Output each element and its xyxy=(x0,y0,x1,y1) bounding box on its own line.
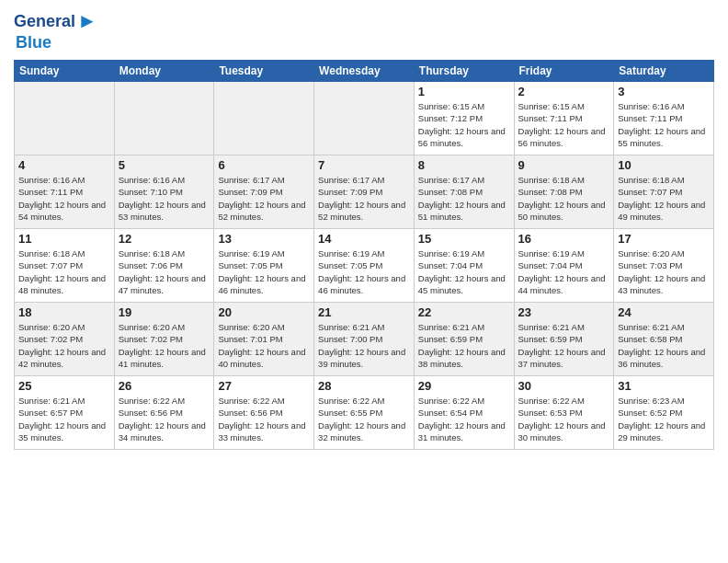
day-number: 31 xyxy=(618,379,710,393)
sunset-label: Sunset: 7:09 PM xyxy=(218,187,282,197)
day-number: 30 xyxy=(518,379,610,393)
day-info: Sunrise: 6:18 AM Sunset: 7:07 PM Dayligh… xyxy=(618,174,710,223)
calendar-cell: 17 Sunrise: 6:20 AM Sunset: 7:03 PM Dayl… xyxy=(614,229,714,303)
sunrise-label: Sunrise: 6:21 AM xyxy=(618,322,684,332)
daylight-label: Daylight: 12 hours and 30 minutes. xyxy=(518,420,606,442)
day-info: Sunrise: 6:17 AM Sunset: 7:09 PM Dayligh… xyxy=(318,174,410,223)
calendar-cell: 6 Sunrise: 6:17 AM Sunset: 7:09 PM Dayli… xyxy=(214,155,314,229)
calendar-cell: 4 Sunrise: 6:16 AM Sunset: 7:11 PM Dayli… xyxy=(15,155,115,229)
daylight-label: Daylight: 12 hours and 35 minutes. xyxy=(18,420,106,442)
day-info: Sunrise: 6:19 AM Sunset: 7:04 PM Dayligh… xyxy=(418,247,510,296)
calendar-cell xyxy=(314,82,415,155)
sunrise-label: Sunrise: 6:22 AM xyxy=(318,396,384,406)
sunset-label: Sunset: 7:11 PM xyxy=(618,113,682,123)
sunrise-label: Sunrise: 6:21 AM xyxy=(418,322,484,332)
day-number: 16 xyxy=(518,232,610,246)
sunrise-label: Sunrise: 6:21 AM xyxy=(318,322,384,332)
calendar-cell: 11 Sunrise: 6:18 AM Sunset: 7:07 PM Dayl… xyxy=(15,229,115,303)
day-number: 17 xyxy=(618,232,710,246)
calendar-cell: 27 Sunrise: 6:22 AM Sunset: 6:56 PM Dayl… xyxy=(214,376,314,450)
sunrise-label: Sunrise: 6:17 AM xyxy=(318,175,384,185)
daylight-label: Daylight: 12 hours and 34 minutes. xyxy=(119,420,206,442)
calendar-week-row: 11 Sunrise: 6:18 AM Sunset: 7:07 PM Dayl… xyxy=(15,229,714,303)
sunrise-label: Sunrise: 6:22 AM xyxy=(218,396,284,406)
page-container: General ► Blue Sunday Monday Tuesday Wed… xyxy=(0,0,728,454)
calendar-cell: 16 Sunrise: 6:19 AM Sunset: 7:04 PM Dayl… xyxy=(514,229,614,303)
sunset-label: Sunset: 6:58 PM xyxy=(618,334,682,344)
sunrise-label: Sunrise: 6:22 AM xyxy=(518,396,585,406)
sunset-label: Sunset: 7:11 PM xyxy=(18,187,83,197)
daylight-label: Daylight: 12 hours and 43 minutes. xyxy=(618,273,705,295)
sunset-label: Sunset: 6:53 PM xyxy=(518,408,583,418)
daylight-label: Daylight: 12 hours and 40 minutes. xyxy=(218,347,305,369)
day-number: 1 xyxy=(418,85,510,98)
day-info: Sunrise: 6:18 AM Sunset: 7:08 PM Dayligh… xyxy=(518,174,610,223)
sunset-label: Sunset: 6:55 PM xyxy=(318,408,382,418)
sunrise-label: Sunrise: 6:15 AM xyxy=(518,101,585,111)
sunrise-label: Sunrise: 6:16 AM xyxy=(119,175,185,185)
sunset-label: Sunset: 6:59 PM xyxy=(518,334,583,344)
sunrise-label: Sunrise: 6:19 AM xyxy=(418,248,484,259)
day-number: 21 xyxy=(318,305,410,319)
sunrise-label: Sunrise: 6:16 AM xyxy=(18,175,85,185)
sunset-label: Sunset: 6:56 PM xyxy=(218,408,282,418)
daylight-label: Daylight: 12 hours and 46 minutes. xyxy=(218,273,305,295)
col-tuesday: Tuesday xyxy=(214,61,314,82)
sunrise-label: Sunrise: 6:18 AM xyxy=(518,175,585,185)
sunset-label: Sunset: 7:09 PM xyxy=(318,187,382,197)
day-number: 7 xyxy=(318,158,410,172)
sunset-label: Sunset: 7:12 PM xyxy=(418,113,483,123)
day-info: Sunrise: 6:19 AM Sunset: 7:05 PM Dayligh… xyxy=(218,247,310,296)
daylight-label: Daylight: 12 hours and 56 minutes. xyxy=(518,126,606,148)
calendar-week-row: 25 Sunrise: 6:21 AM Sunset: 6:57 PM Dayl… xyxy=(15,376,714,450)
day-number: 2 xyxy=(518,85,610,98)
col-monday: Monday xyxy=(114,61,214,82)
sunrise-label: Sunrise: 6:22 AM xyxy=(418,396,484,406)
day-number: 18 xyxy=(18,305,110,319)
daylight-label: Daylight: 12 hours and 55 minutes. xyxy=(618,126,705,148)
calendar-week-row: 4 Sunrise: 6:16 AM Sunset: 7:11 PM Dayli… xyxy=(15,155,714,229)
col-thursday: Thursday xyxy=(414,61,514,82)
calendar-cell: 7 Sunrise: 6:17 AM Sunset: 7:09 PM Dayli… xyxy=(314,155,415,229)
calendar-cell xyxy=(15,82,115,155)
day-info: Sunrise: 6:21 AM Sunset: 6:58 PM Dayligh… xyxy=(618,321,710,370)
sunset-label: Sunset: 7:04 PM xyxy=(418,260,483,270)
day-info: Sunrise: 6:18 AM Sunset: 7:07 PM Dayligh… xyxy=(18,247,110,296)
sunset-label: Sunset: 6:52 PM xyxy=(618,408,682,418)
sunrise-label: Sunrise: 6:20 AM xyxy=(218,322,284,332)
day-info: Sunrise: 6:17 AM Sunset: 7:08 PM Dayligh… xyxy=(418,174,510,223)
sunset-label: Sunset: 7:05 PM xyxy=(318,260,382,270)
calendar-cell: 12 Sunrise: 6:18 AM Sunset: 7:06 PM Dayl… xyxy=(114,229,214,303)
daylight-label: Daylight: 12 hours and 54 minutes. xyxy=(18,200,106,222)
daylight-label: Daylight: 12 hours and 48 minutes. xyxy=(18,273,106,295)
calendar-week-row: 18 Sunrise: 6:20 AM Sunset: 7:02 PM Dayl… xyxy=(15,303,714,376)
calendar-cell: 23 Sunrise: 6:21 AM Sunset: 6:59 PM Dayl… xyxy=(514,303,614,376)
day-info: Sunrise: 6:23 AM Sunset: 6:52 PM Dayligh… xyxy=(618,395,710,443)
calendar-cell: 1 Sunrise: 6:15 AM Sunset: 7:12 PM Dayli… xyxy=(414,82,514,155)
calendar-cell: 21 Sunrise: 6:21 AM Sunset: 7:00 PM Dayl… xyxy=(314,303,415,376)
daylight-label: Daylight: 12 hours and 42 minutes. xyxy=(18,347,106,369)
daylight-label: Daylight: 12 hours and 53 minutes. xyxy=(119,200,206,222)
sunrise-label: Sunrise: 6:17 AM xyxy=(218,175,284,185)
sunset-label: Sunset: 7:01 PM xyxy=(218,334,282,344)
sunrise-label: Sunrise: 6:20 AM xyxy=(618,248,684,259)
calendar-cell: 24 Sunrise: 6:21 AM Sunset: 6:58 PM Dayl… xyxy=(614,303,714,376)
col-friday: Friday xyxy=(514,61,614,82)
sunset-label: Sunset: 7:10 PM xyxy=(119,187,183,197)
daylight-label: Daylight: 12 hours and 31 minutes. xyxy=(418,420,506,442)
sunrise-label: Sunrise: 6:17 AM xyxy=(418,175,484,185)
day-number: 13 xyxy=(218,232,310,246)
sunset-label: Sunset: 7:02 PM xyxy=(119,334,183,344)
sunset-label: Sunset: 7:07 PM xyxy=(618,187,682,197)
col-wednesday: Wednesday xyxy=(314,61,415,82)
sunset-label: Sunset: 7:02 PM xyxy=(18,334,83,344)
day-number: 25 xyxy=(18,379,110,393)
sunset-label: Sunset: 7:03 PM xyxy=(618,260,682,270)
daylight-label: Daylight: 12 hours and 33 minutes. xyxy=(218,420,305,442)
sunset-label: Sunset: 6:59 PM xyxy=(418,334,483,344)
calendar-cell: 8 Sunrise: 6:17 AM Sunset: 7:08 PM Dayli… xyxy=(414,155,514,229)
sunset-label: Sunset: 6:54 PM xyxy=(418,408,483,418)
calendar-table: Sunday Monday Tuesday Wednesday Thursday… xyxy=(14,60,714,450)
logo-blue-text: Blue xyxy=(16,33,51,52)
sunrise-label: Sunrise: 6:21 AM xyxy=(18,396,85,406)
